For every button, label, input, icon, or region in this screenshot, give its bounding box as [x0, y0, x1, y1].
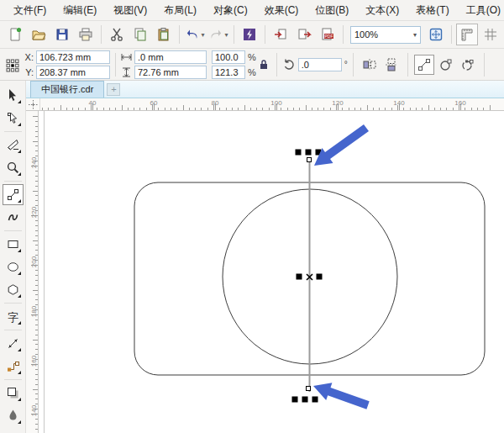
zoom-level-combo[interactable]: 100%▾: [350, 26, 421, 44]
ruler-tick: [35, 429, 38, 430]
redo-dropdown-caret[interactable]: ▾: [224, 31, 228, 39]
ruler-tick: [85, 108, 86, 110]
ruler-tick: [35, 399, 38, 399]
ruler-tick: [250, 108, 251, 110]
propbar-separator: [353, 53, 354, 77]
vertical-ruler[interactable]: 240220200180160140: [26, 111, 39, 433]
connector-tool[interactable]: [3, 356, 24, 377]
pick-tool[interactable]: [3, 85, 24, 106]
full-screen-preview-button[interactable]: [425, 24, 447, 45]
object-height-field[interactable]: 72.76 mm: [134, 66, 207, 79]
paste-button[interactable]: [153, 24, 175, 45]
polygon-tool[interactable]: [3, 279, 24, 300]
menu-item-9[interactable]: 表格(T): [407, 1, 457, 20]
ruler-tick: [35, 349, 38, 350]
line-start-node[interactable]: [307, 158, 312, 162]
new-tab-button[interactable]: +: [107, 83, 120, 96]
document-tab-bar: 中国银行.cdr +: [26, 81, 504, 98]
y-position-field[interactable]: 208.37 mm: [36, 66, 110, 79]
view-grid-button[interactable]: [480, 24, 501, 45]
menu-item-1[interactable]: 文件(F): [5, 1, 55, 20]
cut-button[interactable]: [106, 24, 128, 45]
ruler-tick: [134, 108, 134, 110]
ruler-tick: [35, 186, 38, 187]
ruler-tick: [293, 108, 294, 110]
ruler-tick: [35, 131, 38, 132]
drawing-canvas[interactable]: [39, 111, 504, 433]
closed-curve-icon: [438, 57, 454, 72]
artistic-media-tool[interactable]: [3, 207, 24, 228]
ellipse-tool[interactable]: [3, 256, 24, 277]
new-document-button[interactable]: [4, 24, 26, 45]
object-width-field[interactable]: .0 mm: [134, 50, 207, 64]
menu-item-4[interactable]: 布局(L): [155, 1, 205, 20]
page-edge: [44, 111, 45, 433]
close-curve-button[interactable]: [436, 55, 456, 75]
text-tool[interactable]: 字: [3, 306, 24, 327]
ruler-major-tick: [154, 103, 155, 110]
mirror-horizontal-button[interactable]: [360, 55, 380, 75]
undo-dropdown-caret[interactable]: ▾: [201, 31, 204, 39]
menu-item-6[interactable]: 效果(C): [256, 1, 307, 20]
undo-button[interactable]: ▾: [184, 24, 206, 45]
publish-pdf-button[interactable]: PDF: [317, 24, 339, 45]
zoom-combo-caret: ▾: [413, 31, 417, 39]
redo-icon: [208, 27, 223, 42]
scale-horizontal-field[interactable]: 100.0: [212, 50, 245, 64]
scale-vertical-field[interactable]: 121.3: [212, 66, 245, 79]
ruler-origin[interactable]: [26, 98, 40, 111]
document-tab[interactable]: 中国银行.cdr: [30, 81, 104, 98]
menu-item-5[interactable]: 对象(C): [205, 1, 256, 20]
rectangle-tool[interactable]: [3, 234, 24, 255]
print-button[interactable]: [75, 24, 97, 45]
ruler-tick: [391, 108, 392, 110]
open-button[interactable]: [28, 24, 50, 45]
export-button[interactable]: [293, 24, 315, 45]
toolbar-separator: [343, 25, 344, 44]
export-icon: [297, 27, 312, 42]
ruler-tick: [103, 108, 104, 110]
view-rulers-button[interactable]: [456, 24, 478, 45]
x-position-field[interactable]: 106.723 mm: [36, 50, 110, 64]
object-position-grid-icon: [5, 56, 20, 73]
save-button[interactable]: [51, 24, 73, 45]
dimension-tool[interactable]: [3, 333, 24, 354]
drop-shadow-tool[interactable]: [3, 383, 24, 404]
menu-item-7[interactable]: 位图(B): [307, 1, 357, 20]
import-button[interactable]: [270, 24, 291, 45]
horizontal-ruler[interactable]: 406080100120140160: [40, 98, 504, 111]
ruler-tick: [299, 108, 300, 110]
ruler-tick: [171, 108, 171, 110]
ruler-tick: [33, 141, 38, 142]
menu-item-2[interactable]: 编辑(E): [55, 1, 105, 20]
ruler-tick: [35, 424, 38, 425]
ruler-tick: [428, 105, 429, 110]
ruler-tick: [232, 108, 233, 110]
lock-ratio-button[interactable]: [256, 55, 271, 75]
ruler-tick: [35, 250, 38, 251]
line-mode-button[interactable]: [414, 55, 434, 75]
open-folder-icon: [31, 27, 46, 42]
line-end-node[interactable]: [307, 387, 311, 391]
auto-close-curve-button[interactable]: [458, 55, 478, 75]
ruler-tick: [176, 108, 177, 110]
fill-tool[interactable]: [3, 405, 24, 426]
menu-item-3[interactable]: 视图(V): [105, 1, 155, 20]
crop-tool[interactable]: [3, 135, 24, 156]
app-launcher-icon: [242, 27, 257, 42]
zoom-tool[interactable]: [3, 157, 24, 178]
redo-button[interactable]: ▾: [207, 24, 229, 45]
y-position-label: Y:: [24, 67, 34, 77]
menu-item-10[interactable]: 工具(O): [458, 1, 504, 20]
mirror-vertical-button[interactable]: [381, 55, 402, 75]
freehand-tool[interactable]: [3, 184, 24, 205]
menu-item-8[interactable]: 文本(X): [357, 1, 407, 20]
selection-handles-bottom[interactable]: [292, 387, 318, 403]
shape-tool[interactable]: [3, 108, 24, 129]
app-launcher-button[interactable]: [239, 24, 260, 45]
copy-button[interactable]: [129, 24, 151, 45]
ruler-tick: [33, 240, 38, 241]
ruler-tick: [281, 108, 281, 110]
ruler-tick: [35, 136, 38, 137]
rotation-angle-field[interactable]: .0: [298, 58, 342, 71]
